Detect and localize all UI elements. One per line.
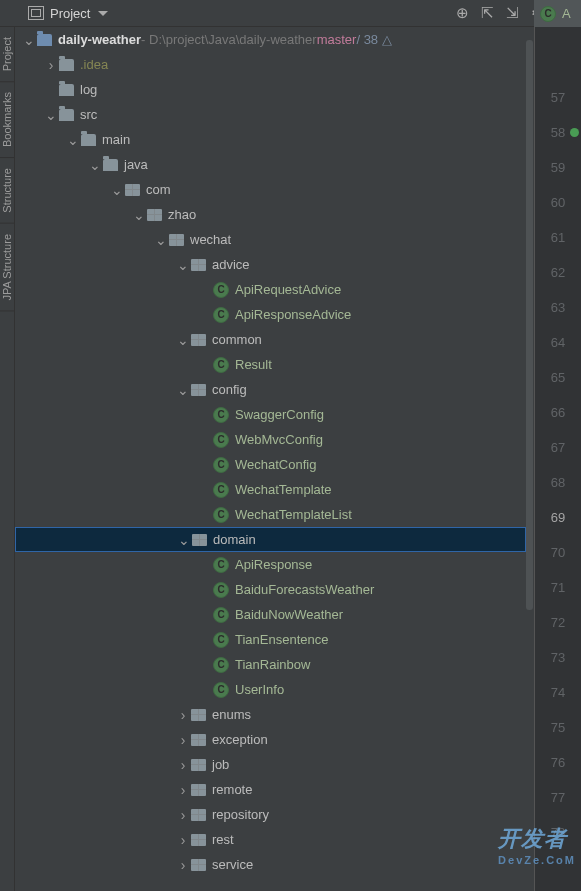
chevron-right-icon[interactable]: › xyxy=(175,782,191,798)
tree-row[interactable]: ›remote xyxy=(15,777,526,802)
chevron-right-icon[interactable]: › xyxy=(175,807,191,823)
line-number[interactable]: 62 xyxy=(535,255,581,290)
chevron-right-icon[interactable]: › xyxy=(43,57,59,73)
line-number[interactable]: 75 xyxy=(535,710,581,745)
line-number[interactable]: 72 xyxy=(535,605,581,640)
tree-row[interactable]: ⌄main xyxy=(15,127,526,152)
tool-window-header: Project ⊕ ⇱ ⇲ ⚙ — xyxy=(0,0,581,27)
line-number[interactable]: 57 xyxy=(535,80,581,115)
tree-row[interactable]: CApiRequestAdvice xyxy=(15,277,526,302)
tree-row[interactable]: CWechatTemplate xyxy=(15,477,526,502)
project-tree[interactable]: ⌄daily-weather - D:\project\Java\daily-w… xyxy=(15,27,526,891)
tree-row[interactable]: CTianEnsentence xyxy=(15,627,526,652)
side-tab-bookmarks[interactable]: Bookmarks xyxy=(0,82,14,158)
package-icon xyxy=(191,759,206,771)
chevron-down-icon[interactable]: ⌄ xyxy=(175,382,191,398)
chevron-right-icon[interactable]: › xyxy=(175,757,191,773)
git-branch: master xyxy=(317,32,357,47)
line-number[interactable]: 60 xyxy=(535,185,581,220)
class-icon: C xyxy=(540,6,556,22)
gutter-mark-icon[interactable] xyxy=(570,128,579,137)
line-number[interactable]: 59 xyxy=(535,150,581,185)
line-number[interactable]: 74 xyxy=(535,675,581,710)
chevron-down-icon[interactable]: ⌄ xyxy=(175,257,191,273)
project-path: - D:\project\Java\daily-weather xyxy=(141,32,317,47)
chevron-down-icon[interactable]: ⌄ xyxy=(43,107,59,123)
tree-row[interactable]: ⌄zhao xyxy=(15,202,526,227)
tree-row[interactable]: ›exception xyxy=(15,727,526,752)
tree-row[interactable]: log xyxy=(15,77,526,102)
chevron-right-icon[interactable]: › xyxy=(175,707,191,723)
side-tab-project[interactable]: Project xyxy=(0,27,14,82)
locate-icon[interactable]: ⊕ xyxy=(456,4,469,22)
tree-row[interactable]: CApiResponseAdvice xyxy=(15,302,526,327)
folder-icon xyxy=(59,109,74,121)
chevron-down-icon[interactable]: ⌄ xyxy=(65,132,81,148)
line-number[interactable]: 67 xyxy=(535,430,581,465)
tree-label: TianRainbow xyxy=(235,657,310,672)
tree-row[interactable]: CTianRainbow xyxy=(15,652,526,677)
chevron-right-icon[interactable]: › xyxy=(175,832,191,848)
tree-label: UserInfo xyxy=(235,682,284,697)
chevron-down-icon[interactable]: ⌄ xyxy=(176,532,192,548)
tree-row[interactable]: ›enums xyxy=(15,702,526,727)
scrollbar[interactable] xyxy=(526,40,533,610)
tree-row[interactable]: CSwaggerConfig xyxy=(15,402,526,427)
tree-row[interactable]: ⌄domain xyxy=(15,527,526,552)
tree-row[interactable]: ⌄config xyxy=(15,377,526,402)
chevron-down-icon[interactable]: ⌄ xyxy=(131,207,147,223)
collapse-all-icon[interactable]: ⇲ xyxy=(506,4,519,22)
tool-window-title: Project xyxy=(50,6,90,21)
line-number[interactable]: 63 xyxy=(535,290,581,325)
line-number[interactable]: 69 xyxy=(535,500,581,535)
chevron-right-icon[interactable]: › xyxy=(175,857,191,873)
tree-row[interactable]: ›rest xyxy=(15,827,526,852)
tree-row[interactable]: CWechatTemplateList xyxy=(15,502,526,527)
tree-row[interactable]: CBaiduNowWeather xyxy=(15,602,526,627)
chevron-down-icon[interactable]: ⌄ xyxy=(153,232,169,248)
line-number[interactable]: 65 xyxy=(535,360,581,395)
tree-row[interactable]: ⌄daily-weather - D:\project\Java\daily-w… xyxy=(15,27,526,52)
line-number[interactable]: 71 xyxy=(535,570,581,605)
tree-row[interactable]: CApiResponse xyxy=(15,552,526,577)
side-tab-structure[interactable]: Structure xyxy=(0,158,14,224)
tree-row[interactable]: ⌄com xyxy=(15,177,526,202)
line-number[interactable]: 73 xyxy=(535,640,581,675)
tree-row[interactable]: CUserInfo xyxy=(15,677,526,702)
tree-label: remote xyxy=(212,782,252,797)
chevron-right-icon[interactable]: › xyxy=(175,732,191,748)
tree-row[interactable]: CResult xyxy=(15,352,526,377)
tree-row[interactable]: CWebMvcConfig xyxy=(15,427,526,452)
chevron-down-icon[interactable]: ⌄ xyxy=(175,332,191,348)
editor-tab[interactable]: C A xyxy=(534,0,581,27)
package-icon xyxy=(191,384,206,396)
line-number[interactable]: 68 xyxy=(535,465,581,500)
line-number[interactable]: 58 xyxy=(535,115,581,150)
tree-row[interactable]: ›repository xyxy=(15,802,526,827)
tree-row[interactable]: CWechatConfig xyxy=(15,452,526,477)
line-number[interactable]: 77 xyxy=(535,780,581,815)
tree-row[interactable]: ›service xyxy=(15,852,526,877)
chevron-down-icon[interactable]: ⌄ xyxy=(21,32,37,48)
line-number[interactable]: 76 xyxy=(535,745,581,780)
line-number[interactable]: 66 xyxy=(535,395,581,430)
line-number[interactable]: 64 xyxy=(535,325,581,360)
line-number[interactable]: 61 xyxy=(535,220,581,255)
git-changes: / 38 △ xyxy=(356,32,391,47)
class-icon: C xyxy=(213,407,229,423)
chevron-down-icon[interactable]: ⌄ xyxy=(87,157,103,173)
tree-row[interactable]: ⌄advice xyxy=(15,252,526,277)
chevron-down-icon[interactable] xyxy=(98,11,108,16)
tree-label: rest xyxy=(212,832,234,847)
tree-row[interactable]: ⌄src xyxy=(15,102,526,127)
tree-row[interactable]: ›.idea xyxy=(15,52,526,77)
tree-row[interactable]: ⌄common xyxy=(15,327,526,352)
tree-row[interactable]: ⌄java xyxy=(15,152,526,177)
tree-row[interactable]: CBaiduForecastsWeather xyxy=(15,577,526,602)
tree-row[interactable]: ⌄wechat xyxy=(15,227,526,252)
expand-all-icon[interactable]: ⇱ xyxy=(481,4,494,22)
side-tab-jpa-structure[interactable]: JPA Structure xyxy=(0,224,14,311)
line-number[interactable]: 70 xyxy=(535,535,581,570)
tree-row[interactable]: ›job xyxy=(15,752,526,777)
chevron-down-icon[interactable]: ⌄ xyxy=(109,182,125,198)
